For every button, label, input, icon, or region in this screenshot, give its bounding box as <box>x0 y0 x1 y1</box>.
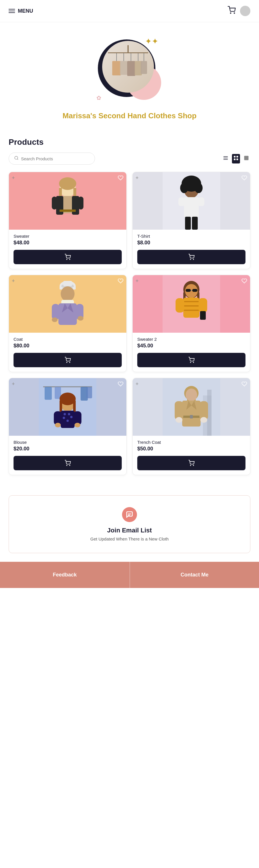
svg-point-0 <box>230 13 231 13</box>
chat-icon <box>122 507 137 522</box>
svg-rect-84 <box>44 387 52 400</box>
product-plus-icon: + <box>135 381 139 387</box>
favorite-button[interactable] <box>118 175 124 182</box>
svg-rect-19 <box>234 156 236 157</box>
svg-rect-20 <box>236 156 238 157</box>
product-price: $20.00 <box>13 446 122 452</box>
product-price: $80.00 <box>13 343 122 349</box>
svg-rect-56 <box>58 303 77 325</box>
svg-rect-9 <box>127 61 135 76</box>
add-to-cart-button[interactable] <box>137 353 246 367</box>
product-image-area: + <box>133 275 250 333</box>
svg-point-100 <box>55 423 61 427</box>
add-to-cart-button[interactable] <box>13 353 122 367</box>
hero-image: ✦✦ ✿ <box>95 34 164 103</box>
svg-point-119 <box>190 465 191 466</box>
add-to-cart-button[interactable] <box>137 250 246 264</box>
grid-view-button[interactable] <box>232 154 240 163</box>
profile-button[interactable] <box>240 6 250 16</box>
contact-button[interactable]: Contact Me <box>129 562 259 588</box>
svg-point-101 <box>74 423 80 427</box>
svg-rect-22 <box>236 158 238 160</box>
svg-rect-110 <box>182 401 201 427</box>
svg-point-62 <box>78 316 84 320</box>
svg-rect-46 <box>192 217 198 230</box>
product-person-image <box>9 275 126 333</box>
svg-rect-32 <box>52 196 57 210</box>
hero-photo <box>102 41 154 93</box>
svg-rect-59 <box>52 304 59 320</box>
svg-point-54 <box>61 286 74 301</box>
product-card: + Coat $80.00 <box>9 275 127 372</box>
svg-rect-71 <box>192 289 197 292</box>
svg-point-118 <box>200 417 207 423</box>
svg-rect-33 <box>78 196 84 210</box>
svg-point-48 <box>193 259 194 259</box>
svg-line-15 <box>17 159 18 160</box>
svg-point-1 <box>234 13 234 13</box>
email-section: Join Email List Get Updated When There i… <box>9 495 250 553</box>
search-input[interactable] <box>21 156 90 161</box>
favorite-button[interactable] <box>118 381 124 388</box>
footer-buttons: Feedback Contact Me <box>0 562 259 588</box>
product-info: T-Shirt $8.00 <box>133 230 250 269</box>
email-title: Join Email List <box>107 527 152 534</box>
add-to-cart-button[interactable] <box>13 456 122 470</box>
menu-button[interactable]: MENU <box>9 8 33 14</box>
header-icons <box>228 6 250 16</box>
star-decoration: ✦✦ <box>145 36 158 46</box>
list-view-button[interactable] <box>222 154 230 163</box>
product-image-area: + <box>9 275 126 333</box>
hero-title: Marissa's Second Hand Clothes Shop <box>62 112 197 120</box>
product-plus-icon: + <box>12 175 15 181</box>
menu-label: MENU <box>18 8 33 14</box>
svg-point-80 <box>190 362 191 363</box>
svg-point-103 <box>69 465 70 466</box>
svg-point-61 <box>52 317 58 322</box>
svg-rect-92 <box>61 411 74 428</box>
svg-point-41 <box>195 183 203 193</box>
product-price: $8.00 <box>137 240 246 246</box>
favorite-button[interactable] <box>118 278 124 285</box>
svg-rect-23 <box>244 156 249 160</box>
svg-rect-53 <box>63 281 72 286</box>
add-to-cart-button[interactable] <box>13 250 122 264</box>
products-toolbar <box>9 153 250 165</box>
product-card: + T-Shirt $8.00 <box>132 172 250 269</box>
product-person-image <box>133 172 250 230</box>
svg-rect-13 <box>141 61 147 74</box>
svg-point-109 <box>186 389 197 401</box>
svg-point-63 <box>66 362 67 363</box>
product-price: $50.00 <box>137 446 246 452</box>
header: MENU <box>0 0 259 22</box>
favorite-button[interactable] <box>241 381 247 388</box>
add-to-cart-button[interactable] <box>137 456 246 470</box>
product-name: Coat <box>13 337 122 342</box>
svg-rect-31 <box>72 196 79 215</box>
svg-rect-7 <box>120 61 128 75</box>
svg-point-117 <box>175 417 183 423</box>
svg-point-36 <box>69 259 70 259</box>
large-view-button[interactable] <box>242 154 250 163</box>
hamburger-icon <box>9 9 15 13</box>
products-grid: + Sweater $48.00 <box>9 172 250 475</box>
product-plus-icon: + <box>12 381 15 387</box>
favorite-button[interactable] <box>241 175 247 182</box>
products-heading: Products <box>9 137 250 147</box>
svg-point-14 <box>15 156 18 159</box>
svg-rect-76 <box>183 310 199 311</box>
svg-rect-74 <box>183 301 199 302</box>
feedback-button[interactable]: Feedback <box>0 562 129 588</box>
product-person-image <box>9 378 126 436</box>
svg-rect-79 <box>200 311 206 320</box>
favorite-button[interactable] <box>241 278 247 285</box>
svg-point-95 <box>70 416 72 418</box>
view-toggle <box>222 154 250 163</box>
cart-button[interactable] <box>228 6 236 16</box>
product-card: + Blouse $20.00 <box>9 378 127 475</box>
svg-rect-43 <box>179 197 185 206</box>
search-container <box>9 153 95 165</box>
product-card: + Sweater 2 $45.00 <box>132 275 250 372</box>
product-image-area: + <box>9 378 126 436</box>
product-image-area: + <box>133 378 250 436</box>
